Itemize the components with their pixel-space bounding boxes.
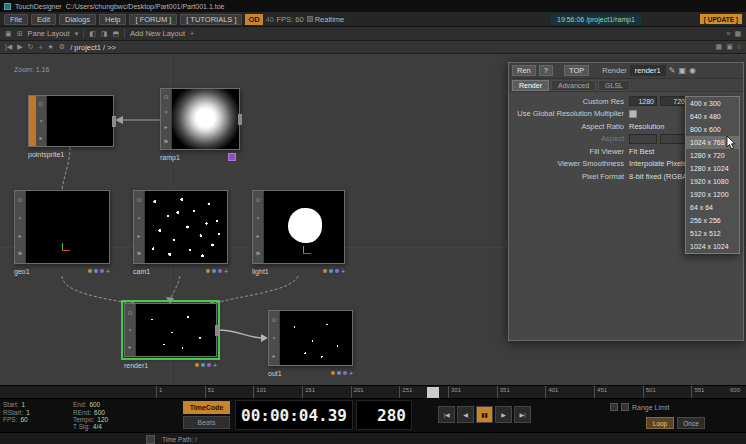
render-flag-icon[interactable]: ▸	[18, 233, 21, 239]
menu-item[interactable]: 1920 x 1200	[686, 188, 739, 201]
tutorials-button[interactable]: [ TUTORIALS ]	[180, 14, 242, 25]
node-color-dot-blue[interactable]	[94, 269, 98, 273]
add-new-layout-button[interactable]: Add New Layout	[130, 29, 185, 38]
forum-button[interactable]: [ FORUM ]	[129, 14, 177, 25]
viewer-flag-icon[interactable]: ⊙	[127, 310, 132, 316]
bypass-flag-icon[interactable]: ×	[256, 215, 260, 221]
node-color-dot-purple[interactable]	[335, 269, 339, 273]
realtime-toggle[interactable]: Realtime	[307, 15, 345, 24]
menu-item[interactable]: 640 x 480	[686, 110, 739, 123]
custom-res-height-field[interactable]: 720	[660, 96, 688, 106]
layout-option-icon-3[interactable]: ⬒	[112, 30, 119, 38]
node-viewer[interactable]	[47, 96, 113, 146]
update-button[interactable]: [ UPDATE ]	[700, 14, 742, 24]
node-flag-column[interactable]: ⊙ × ▸	[36, 96, 47, 146]
render-flag-icon[interactable]: ▸	[256, 233, 259, 239]
viewer-flag-icon[interactable]: ⊙	[271, 317, 276, 323]
bypass-flag-icon[interactable]: ×	[164, 109, 168, 115]
nav-forward-icon[interactable]: ▶	[17, 43, 22, 51]
node-viewer[interactable]	[26, 191, 109, 263]
node-color-dot-orange[interactable]	[195, 363, 199, 367]
time-path-handle-icon[interactable]	[146, 435, 155, 444]
pane-layout-menu[interactable]: Pane Layout	[28, 29, 70, 38]
node-ramp1[interactable]: ⊙ × ▸ ⚑	[160, 88, 240, 150]
nav-back-icon[interactable]: |◀	[5, 43, 12, 51]
node-color-dot-purple[interactable]	[100, 269, 104, 273]
node-light1[interactable]: ⊙ × ▸ ⚑	[252, 190, 345, 264]
ruler-track[interactable]: 1 51 101 151 201 251 301 351 401 451 501…	[156, 386, 740, 398]
panel-view-icon[interactable]: ▣	[726, 43, 733, 51]
fps-value[interactable]: 60	[20, 416, 27, 423]
frame-display[interactable]: 280	[356, 400, 412, 430]
menu-edit[interactable]: Edit	[31, 14, 56, 25]
global-res-multiplier-checkbox[interactable]	[629, 110, 637, 118]
viewer-flag-icon[interactable]: ⊙	[136, 197, 141, 203]
range-limit-icon-1[interactable]	[610, 403, 618, 411]
pane-grid-icon[interactable]: ⊞	[17, 30, 23, 38]
menu-item[interactable]: 800 x 600	[686, 123, 739, 136]
display-flag-icon[interactable]: ⚑	[255, 251, 260, 257]
node-add-icon[interactable]: +	[349, 370, 353, 377]
range-limit-icon-2[interactable]	[621, 403, 629, 411]
menu-help[interactable]: Help	[99, 14, 126, 25]
node-viewer[interactable]	[172, 89, 239, 149]
menu-list-icon[interactable]: ≡	[726, 30, 730, 38]
pane-split-icon[interactable]: ▣	[5, 30, 12, 38]
node-add-icon[interactable]: +	[213, 362, 217, 369]
start-value[interactable]: 1	[22, 401, 26, 408]
playhead[interactable]	[427, 387, 439, 398]
layout-option-icon-2[interactable]: ◨	[101, 30, 108, 38]
tab-advanced[interactable]: Advanced	[551, 80, 596, 91]
viewer-mode-icon[interactable]: ○	[737, 43, 741, 51]
viewer-flag-icon[interactable]: ⊙	[255, 197, 260, 203]
menu-item[interactable]: 1280 x 720	[686, 149, 739, 162]
output-connector[interactable]	[215, 325, 219, 336]
node-color-dot-blue[interactable]	[212, 269, 216, 273]
play-button[interactable]: ▶	[495, 406, 512, 423]
chevron-down-icon[interactable]: ▾	[75, 30, 79, 38]
node-color-dot-blue[interactable]	[201, 363, 205, 367]
add-layout-plus-icon[interactable]: +	[190, 30, 194, 37]
node-pointsprite1[interactable]: ⊙ × ▸	[28, 95, 114, 147]
menu-item[interactable]: 512 x 512	[686, 227, 739, 240]
node-flag-column[interactable]: ⊙ × ▸ ⚑	[161, 89, 172, 149]
menu-item[interactable]: 64 x 64	[686, 201, 739, 214]
pause-button[interactable]: ▮▮	[476, 406, 493, 423]
display-flag-icon[interactable]: ⚑	[136, 251, 141, 257]
node-viewer[interactable]	[264, 191, 344, 263]
node-viewer[interactable]	[145, 191, 227, 263]
pixel-format-menu[interactable]: 8-bit fixed (RGBA)	[629, 172, 690, 181]
viewer-flag-icon[interactable]: ⊙	[17, 197, 22, 203]
node-flag-column[interactable]: ⊙ × ▸	[269, 311, 280, 365]
node-color-dot-orange[interactable]	[331, 371, 335, 375]
tab-glsl[interactable]: GLSL	[598, 80, 630, 91]
node-flag-column[interactable]: ⊙ × ▸ ⚑	[253, 191, 264, 263]
node-geo1[interactable]: ⊙ × ▸ ⚑	[14, 190, 110, 264]
node-viewer[interactable]	[280, 311, 352, 365]
grid-view-icon[interactable]: ▦	[734, 30, 741, 38]
display-flag-icon[interactable]: ⚑	[17, 251, 22, 257]
add-icon[interactable]: +	[38, 44, 42, 51]
node-color-dot-orange[interactable]	[323, 269, 327, 273]
menu-item[interactable]: 400 x 300	[686, 97, 739, 110]
loop-button[interactable]: Loop	[646, 417, 674, 429]
custom-res-width-field[interactable]: 1280	[629, 96, 657, 106]
rend-value[interactable]: 600	[94, 409, 105, 416]
tempo-value[interactable]: 120	[97, 416, 108, 423]
op-name-field[interactable]: render1	[630, 65, 666, 76]
node-add-icon[interactable]: +	[106, 268, 110, 275]
aspect-ratio-menu[interactable]: Resolution	[629, 122, 664, 131]
breadcrumb[interactable]: / project1 / >>	[70, 43, 116, 52]
menu-item[interactable]: 1920 x 1080	[686, 175, 739, 188]
viewer-smoothness-menu[interactable]: Interpolate Pixels	[629, 159, 687, 168]
jump-end-button[interactable]: ▶|	[514, 406, 531, 423]
viewer-flag-icon[interactable]: ⊙	[38, 101, 43, 107]
family-top-button[interactable]: TOP	[564, 65, 589, 76]
node-color-dot-blue[interactable]	[329, 269, 333, 273]
node-cam1[interactable]: ⊙ × ▸ ⚑	[133, 190, 228, 264]
display-flag-icon[interactable]: ▸	[39, 135, 42, 141]
comment-icon[interactable]: ✎	[669, 66, 676, 75]
refresh-icon[interactable]: ↻	[28, 43, 34, 51]
node-color-dot-orange[interactable]	[206, 269, 210, 273]
node-flag-column[interactable]: ⊙ × ▸ ⚑	[134, 191, 145, 263]
